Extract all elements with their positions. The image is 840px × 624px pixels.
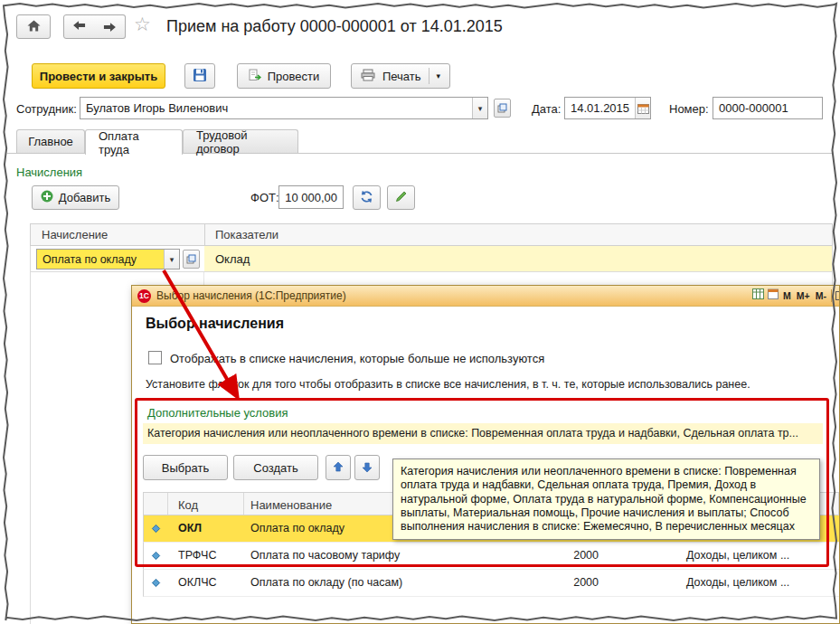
forward-icon	[103, 22, 117, 33]
memory-button[interactable]: М	[782, 290, 792, 301]
table-view-icon[interactable]	[752, 288, 764, 302]
employee-value: Булатов Игорь Виленович	[80, 98, 472, 118]
row-col3: 2000	[519, 576, 599, 589]
home-button[interactable]	[16, 14, 51, 39]
dialog-titlebar-buttons: М М+ М-	[752, 288, 839, 302]
post-icon	[249, 69, 262, 84]
page-title: Прием на работу 0000-000001 от 14.01.201…	[166, 17, 503, 36]
tab-payroll-label: Оплата труда	[99, 129, 169, 156]
row-code: ТРФЧС	[178, 549, 216, 562]
tab-main[interactable]: Главное	[16, 129, 85, 153]
pencil-icon	[395, 190, 408, 205]
select-button-label: Выбрать	[162, 461, 209, 475]
dialog-window-title: Выбор начисления (1С:Предприятие)	[156, 289, 346, 302]
post-and-close-label: Провести и закрыть	[40, 70, 157, 83]
column-header-indicators[interactable]: Показатели	[215, 228, 278, 241]
add-button[interactable]: Добавить	[32, 185, 119, 210]
open-icon	[186, 254, 196, 264]
dialog-hint: Установите флажок для того чтобы отобраз…	[146, 378, 750, 391]
selection-dialog: 1С Выбор начисления (1С:Предприятие) М М…	[131, 285, 840, 624]
employee-dropdown-icon[interactable]: ▾	[472, 98, 487, 118]
row-name: Оплата по окладу (по часам)	[250, 576, 402, 589]
add-plus-icon	[41, 190, 53, 205]
date-value: 14.01.2015	[565, 98, 635, 118]
conditions-filter-bar: Категория начисления или неоплаченного в…	[143, 423, 823, 444]
tab-contract-label: Трудовой договор	[196, 128, 285, 156]
tab-payroll[interactable]: Оплата труда	[85, 129, 183, 155]
back-button[interactable]	[63, 14, 95, 39]
accrual-diamond-icon	[151, 578, 161, 591]
employee-field[interactable]: Булатов Игорь Виленович ▾	[80, 97, 488, 119]
column-header-name[interactable]: Наименование	[250, 498, 332, 512]
dialog-title: Выбор начисления	[146, 316, 284, 332]
row-name: Оплата по окладу	[250, 522, 344, 534]
row-col4: Доходы, целиком ...	[686, 549, 789, 562]
recalculate-button[interactable]	[353, 185, 381, 210]
edit-button[interactable]	[387, 185, 415, 210]
printer-icon	[361, 69, 375, 84]
conditions-filter-text: Категория начисления или неоплаченного в…	[143, 423, 823, 440]
fot-value: 10 000,00	[279, 186, 343, 208]
accrual-dropdown-icon[interactable]: ▾	[164, 250, 179, 269]
accrual-combo-field[interactable]: Оплата по окладу ▾	[36, 249, 180, 269]
maximize-icon[interactable]	[835, 291, 839, 300]
employee-label: Сотрудник:	[16, 102, 77, 116]
move-up-button[interactable]	[326, 455, 351, 480]
row-col4: Доходы, целиком ...	[686, 576, 789, 589]
print-menu-arrow-icon[interactable]: ▾	[437, 71, 441, 80]
create-button-label: Создать	[253, 461, 297, 475]
conditions-title: Дополнительные условия	[147, 406, 288, 420]
titlebar-separator	[831, 289, 832, 302]
save-button[interactable]	[184, 63, 215, 89]
number-label: Номер:	[669, 102, 709, 116]
save-icon	[193, 68, 207, 85]
column-header-code[interactable]: Код	[178, 498, 198, 512]
add-button-label: Добавить	[59, 191, 110, 204]
post-and-close-button[interactable]: Провести и закрыть	[32, 63, 165, 89]
back-icon	[72, 20, 86, 33]
show-unused-label: Отображать в списке начисления, которые …	[170, 352, 544, 365]
post-button[interactable]: Провести	[237, 63, 331, 89]
fot-label: ФОТ:	[250, 191, 279, 204]
print-label: Печать	[382, 70, 421, 83]
fot-field[interactable]: 10 000,00	[278, 185, 344, 209]
favorite-star-icon[interactable]: ☆	[134, 14, 151, 35]
refresh-icon	[360, 190, 373, 206]
memory-minus-button[interactable]: М-	[815, 290, 827, 301]
move-down-button[interactable]	[354, 455, 380, 480]
row-col3: 2000	[519, 549, 599, 562]
accruals-table-header: Начисление Показатели	[30, 223, 833, 246]
indicator-cell[interactable]: Оклад	[204, 246, 832, 271]
row-code: ОКЛЧС	[178, 576, 217, 589]
show-unused-checkbox[interactable]	[148, 351, 162, 364]
accrual-open-button[interactable]	[183, 250, 200, 269]
select-button[interactable]: Выбрать	[143, 455, 228, 480]
calendar-icon[interactable]	[635, 98, 650, 118]
accruals-section-title: Начисления	[16, 165, 82, 179]
number-field[interactable]: 0000-000001	[713, 97, 823, 119]
post-label: Провести	[268, 70, 320, 83]
column-header-accrual[interactable]: Начисление	[42, 228, 108, 241]
table-border-left	[30, 272, 31, 624]
list-item-oklchs[interactable]: ОКЛЧС Оплата по окладу (по часам) 2000 Д…	[143, 570, 839, 597]
employee-open-button[interactable]	[494, 99, 511, 118]
home-icon	[26, 19, 42, 35]
tab-main-label: Главное	[28, 135, 73, 148]
indicator-value: Оклад	[215, 252, 250, 266]
accrual-value: Оплата по окладу	[37, 250, 164, 269]
list-item-trfchs[interactable]: ТРФЧС Оплата по часовому тарифу 2000 Дох…	[143, 543, 839, 570]
tab-contract[interactable]: Трудовой договор	[183, 129, 298, 153]
number-value: 0000-000001	[713, 98, 822, 118]
print-button[interactable]: Печать ▾	[351, 63, 450, 89]
open-icon	[497, 103, 507, 113]
dialog-titlebar[interactable]: 1С Выбор начисления (1С:Предприятие) М М…	[132, 286, 839, 307]
memory-plus-button[interactable]: М+	[796, 290, 811, 301]
accrual-diamond-icon	[151, 551, 161, 563]
calendar-tool-icon[interactable]	[768, 288, 779, 302]
create-button[interactable]: Создать	[233, 455, 318, 480]
arrow-up-icon	[333, 461, 344, 475]
date-field[interactable]: 14.01.2015	[564, 97, 651, 119]
arrow-down-icon	[362, 462, 373, 473]
accrual-table-row[interactable]: Оклад Оплата по окладу ▾	[30, 246, 833, 272]
forward-button[interactable]	[94, 14, 126, 39]
